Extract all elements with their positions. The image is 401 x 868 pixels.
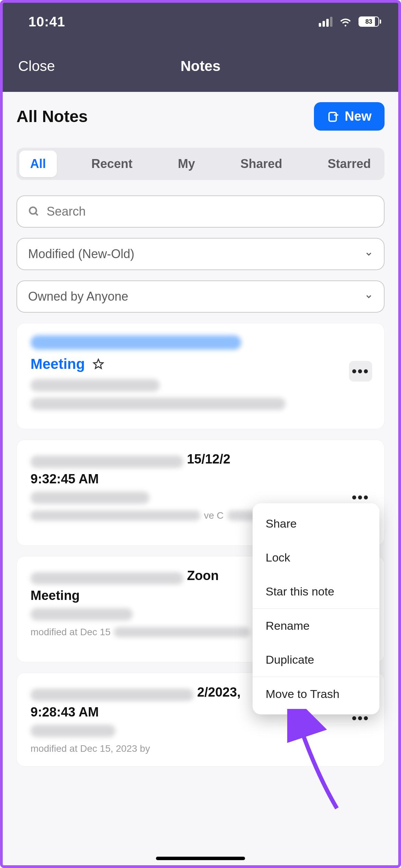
nav-bar: Close Notes: [3, 40, 398, 92]
search-icon: [28, 206, 40, 217]
redacted-text: [31, 689, 194, 701]
redacted-text: [31, 492, 149, 504]
note-meta: modified at Dec 15, 2023 by: [31, 743, 370, 754]
redacted-text: [114, 627, 250, 637]
note-title: Meeting: [31, 356, 85, 372]
status-time: 10:41: [28, 14, 65, 29]
redacted-text: [31, 608, 133, 620]
search-field[interactable]: [16, 195, 385, 228]
tab-my[interactable]: My: [167, 150, 206, 177]
note-more-button[interactable]: •••: [349, 361, 372, 382]
note-date-partial: 2/2023,: [197, 685, 241, 700]
menu-move-to-trash[interactable]: Move to Trash: [253, 677, 379, 711]
wifi-icon: [339, 16, 352, 27]
search-input[interactable]: [47, 204, 373, 219]
new-button-label: New: [345, 109, 372, 124]
svg-line-4: [35, 213, 38, 215]
note-time: 9:32:45 AM: [31, 472, 370, 486]
note-title-fragment: Zoon: [187, 568, 219, 583]
svg-marker-5: [94, 359, 103, 369]
svg-point-3: [29, 207, 36, 214]
menu-rename[interactable]: Rename: [253, 609, 379, 643]
home-indicator[interactable]: [156, 857, 245, 860]
redacted-text: [31, 398, 285, 410]
tab-recent[interactable]: Recent: [80, 150, 143, 177]
note-card[interactable]: Meeting •••: [16, 323, 385, 429]
menu-lock[interactable]: Lock: [253, 541, 379, 575]
note-meta-fragment: ve C: [204, 510, 224, 521]
chevron-down-icon: [365, 292, 373, 301]
sort-dropdown[interactable]: Modified (New-Old): [16, 238, 385, 270]
star-outline-icon[interactable]: [93, 358, 104, 370]
main-content: All Notes New All Recent My Shared Starr…: [3, 92, 398, 865]
new-note-button[interactable]: New: [314, 102, 385, 131]
tab-starred[interactable]: Starred: [317, 150, 382, 177]
note-context-menu: Share Lock Star this note Rename Duplica…: [253, 503, 379, 714]
status-indicators: 83: [319, 16, 381, 27]
tab-shared[interactable]: Shared: [229, 150, 293, 177]
sort-value: Modified (New-Old): [28, 247, 134, 261]
redacted-text: [31, 725, 116, 737]
chevron-down-icon: [365, 250, 373, 258]
redacted-text: [31, 510, 200, 521]
close-button[interactable]: Close: [18, 58, 55, 74]
redacted-text: [31, 335, 241, 350]
owner-dropdown[interactable]: Owned by Anyone: [16, 280, 385, 313]
menu-star[interactable]: Star this note: [253, 575, 379, 608]
redacted-text: [31, 456, 183, 468]
status-bar: 10:41 83: [3, 3, 398, 40]
svg-rect-0: [329, 112, 336, 121]
nav-title: Notes: [181, 58, 221, 74]
cellular-signal-icon: [319, 17, 332, 27]
redacted-text: [31, 379, 160, 391]
tab-all[interactable]: All: [19, 150, 57, 177]
owner-value: Owned by Anyone: [28, 289, 128, 304]
note-date-partial: 15/12/2: [187, 452, 230, 467]
page-title: All Notes: [16, 107, 88, 126]
battery-icon: 83: [359, 16, 381, 27]
note-meta: modified at Dec 15: [31, 627, 110, 638]
menu-duplicate[interactable]: Duplicate: [253, 643, 379, 677]
new-note-icon: [327, 110, 339, 123]
redacted-text: [31, 572, 183, 584]
menu-share[interactable]: Share: [253, 507, 379, 541]
filter-tabs: All Recent My Shared Starred: [16, 148, 385, 180]
